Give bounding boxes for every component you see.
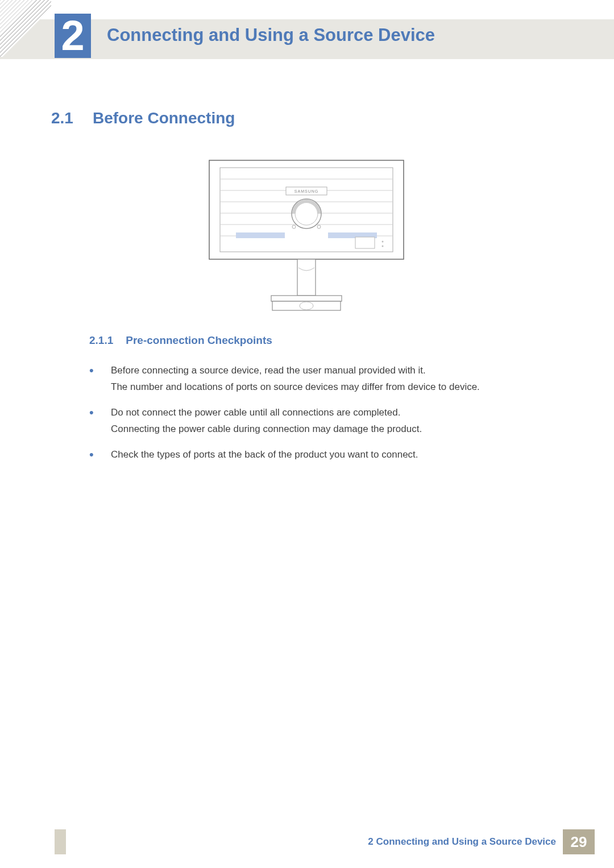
footer-chapter-label: 2 Connecting and Using a Source Device (368, 836, 556, 848)
page-number-box: 29 (563, 829, 595, 854)
svg-rect-9 (236, 232, 285, 238)
list-item-text: Before connecting a source device, read … (111, 363, 480, 396)
brand-label: SAMSUNG (294, 189, 318, 193)
list-item-text: Do not connect the power cable until all… (111, 405, 422, 438)
section-heading: 2.1 Before Connecting (51, 109, 235, 127)
subsection-title: Pre-connection Checkpoints (126, 334, 272, 347)
page-footer: 2 Connecting and Using a Source Device 2… (0, 829, 614, 854)
list-item-text: Check the types of ports at the back of … (111, 447, 418, 463)
list-item: • Check the types of ports at the back o… (89, 447, 563, 463)
svg-point-17 (382, 241, 384, 243)
svg-point-18 (382, 246, 384, 247)
subsection-heading: 2.1.1 Pre-connection Checkpoints (89, 334, 272, 347)
list-item: • Do not connect the power cable until a… (89, 405, 563, 438)
chapter-number-box: 2 (55, 14, 91, 58)
list-item: • Before connecting a source device, rea… (89, 363, 563, 396)
page-number: 29 (571, 833, 587, 851)
bullet-icon: • (89, 447, 95, 463)
svg-point-15 (317, 225, 321, 229)
svg-point-14 (292, 225, 296, 229)
monitor-rear-illustration: SAMSUNG (209, 160, 404, 313)
footer-accent-bar (55, 829, 66, 854)
chapter-title: Connecting and Using a Source Device (107, 25, 435, 45)
svg-rect-16 (355, 237, 375, 248)
svg-rect-19 (297, 259, 316, 296)
bullet-icon: • (89, 405, 95, 438)
checkpoints-list: • Before connecting a source device, rea… (89, 363, 563, 472)
chapter-number: 2 (61, 15, 84, 57)
bullet-icon: • (89, 363, 95, 396)
section-number: 2.1 (51, 109, 73, 127)
section-title: Before Connecting (93, 109, 235, 127)
svg-rect-20 (271, 296, 342, 301)
hatched-corner-decoration (0, 0, 51, 57)
subsection-number: 2.1.1 (89, 334, 113, 347)
svg-point-22 (300, 302, 313, 310)
